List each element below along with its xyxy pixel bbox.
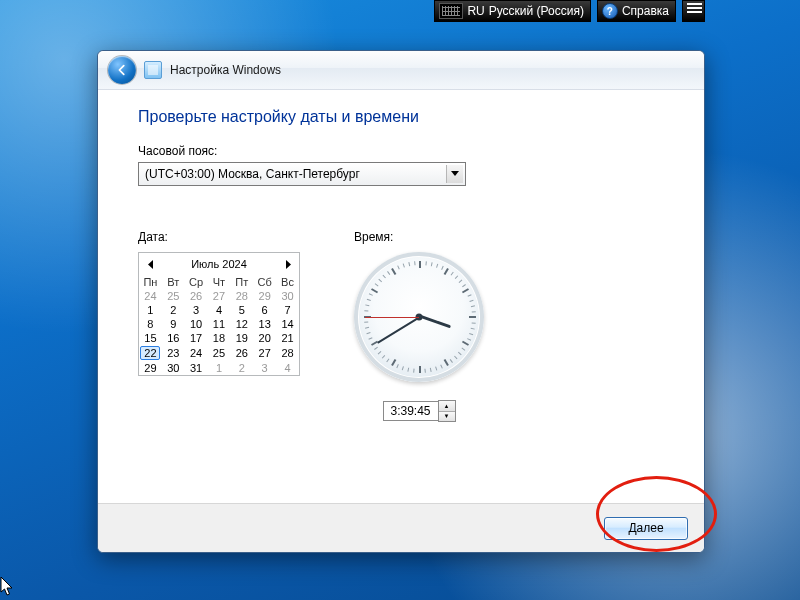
- time-column: Время: ▲ ▼: [354, 230, 484, 422]
- calendar-day[interactable]: 15: [139, 331, 162, 345]
- calendar-grid: ПнВтСрЧтПтСбВс 2425262728293012345678910…: [139, 275, 299, 375]
- keyboard-icon: [439, 3, 463, 19]
- windows-setup-icon: [144, 61, 162, 79]
- calendar-day[interactable]: 25: [162, 289, 185, 303]
- arrow-left-icon: [115, 63, 129, 77]
- calendar-day[interactable]: 30: [162, 361, 185, 375]
- setup-wizard-window: Настройка Windows Проверьте настройку да…: [97, 50, 705, 553]
- calendar-day[interactable]: 17: [185, 331, 208, 345]
- calendar-day[interactable]: 27: [253, 345, 276, 361]
- calendar-day[interactable]: 3: [253, 361, 276, 375]
- lang-code: RU: [467, 4, 484, 18]
- spinner-down-button[interactable]: ▼: [439, 412, 455, 422]
- calendar-day[interactable]: 22: [139, 345, 162, 361]
- calendar-day[interactable]: 29: [139, 361, 162, 375]
- calendar-day[interactable]: 1: [208, 361, 231, 375]
- spinner-up-button[interactable]: ▲: [439, 401, 455, 412]
- setup-topbar: RU Русский (Россия) ? Справка: [434, 0, 705, 22]
- calendar-day[interactable]: 21: [276, 331, 299, 345]
- calendar-day[interactable]: 28: [230, 289, 253, 303]
- timezone-value: (UTC+03:00) Москва, Санкт-Петербург: [145, 167, 360, 181]
- calendar-day[interactable]: 4: [276, 361, 299, 375]
- calendar-day[interactable]: 26: [185, 289, 208, 303]
- timezone-label: Часовой пояс:: [138, 144, 664, 158]
- calendar-next-button[interactable]: [281, 257, 295, 271]
- language-switcher[interactable]: RU Русский (Россия): [434, 0, 591, 22]
- wizard-content: Проверьте настройку даты и времени Часов…: [98, 90, 704, 422]
- calendar-day[interactable]: 2: [162, 303, 185, 317]
- calendar-day[interactable]: 28: [276, 345, 299, 361]
- calendar: Июль 2024 ПнВтСрЧтПтСбВс 242526272829301…: [138, 252, 300, 376]
- date-label: Дата:: [138, 230, 300, 244]
- calendar-day[interactable]: 9: [162, 317, 185, 331]
- calendar-day[interactable]: 1: [139, 303, 162, 317]
- calendar-day[interactable]: 6: [253, 303, 276, 317]
- time-spinner[interactable]: ▲ ▼: [438, 400, 456, 422]
- calendar-day[interactable]: 13: [253, 317, 276, 331]
- page-heading: Проверьте настройку даты и времени: [138, 108, 664, 126]
- calendar-day[interactable]: 11: [208, 317, 231, 331]
- calendar-weekday: Пн: [139, 275, 162, 289]
- dropdown-arrow-icon: [446, 165, 463, 183]
- calendar-day[interactable]: 7: [276, 303, 299, 317]
- ease-of-access-button[interactable]: [682, 0, 705, 22]
- help-icon: ?: [602, 3, 618, 19]
- titlebar: Настройка Windows: [98, 51, 704, 90]
- calendar-day[interactable]: 27: [208, 289, 231, 303]
- calendar-day[interactable]: 25: [208, 345, 231, 361]
- calendar-weekday: Ср: [185, 275, 208, 289]
- chevron-right-icon: [285, 260, 292, 269]
- calendar-day[interactable]: 26: [230, 345, 253, 361]
- calendar-day[interactable]: 10: [185, 317, 208, 331]
- calendar-day[interactable]: 31: [185, 361, 208, 375]
- back-button[interactable]: [108, 56, 136, 84]
- help-label: Справка: [622, 4, 669, 18]
- mouse-cursor-icon: [0, 576, 16, 598]
- timezone-select[interactable]: (UTC+03:00) Москва, Санкт-Петербург: [138, 162, 466, 186]
- calendar-day[interactable]: 18: [208, 331, 231, 345]
- calendar-day[interactable]: 2: [230, 361, 253, 375]
- calendar-title[interactable]: Июль 2024: [191, 258, 247, 270]
- calendar-prev-button[interactable]: [143, 257, 157, 271]
- calendar-weekday: Вс: [276, 275, 299, 289]
- calendar-day[interactable]: 5: [230, 303, 253, 317]
- analog-clock: [354, 252, 484, 382]
- calendar-day[interactable]: 4: [208, 303, 231, 317]
- calendar-day[interactable]: 23: [162, 345, 185, 361]
- calendar-weekday: Вт: [162, 275, 185, 289]
- calendar-day[interactable]: 29: [253, 289, 276, 303]
- calendar-day[interactable]: 8: [139, 317, 162, 331]
- wizard-footer: Далее: [98, 503, 704, 552]
- calendar-day[interactable]: 3: [185, 303, 208, 317]
- window-title: Настройка Windows: [170, 63, 281, 77]
- calendar-weekday: Чт: [208, 275, 231, 289]
- calendar-day[interactable]: 19: [230, 331, 253, 345]
- calendar-day[interactable]: 14: [276, 317, 299, 331]
- chevron-left-icon: [147, 260, 154, 269]
- clock-second-hand: [365, 317, 419, 318]
- calendar-day[interactable]: 20: [253, 331, 276, 345]
- calendar-weekday: Пт: [230, 275, 253, 289]
- time-input[interactable]: [383, 401, 438, 421]
- lang-name: Русский (Россия): [489, 4, 584, 18]
- calendar-weekday: Сб: [253, 275, 276, 289]
- calendar-day[interactable]: 16: [162, 331, 185, 345]
- ease-of-access-icon: [687, 3, 702, 19]
- calendar-day[interactable]: 24: [139, 289, 162, 303]
- calendar-day[interactable]: 30: [276, 289, 299, 303]
- help-button[interactable]: ? Справка: [597, 0, 676, 22]
- next-button[interactable]: Далее: [604, 517, 688, 540]
- date-column: Дата: Июль 2024 ПнВтСрЧтПтСбВс 242526272: [138, 230, 300, 422]
- calendar-day[interactable]: 12: [230, 317, 253, 331]
- time-label: Время:: [354, 230, 484, 244]
- calendar-day[interactable]: 24: [185, 345, 208, 361]
